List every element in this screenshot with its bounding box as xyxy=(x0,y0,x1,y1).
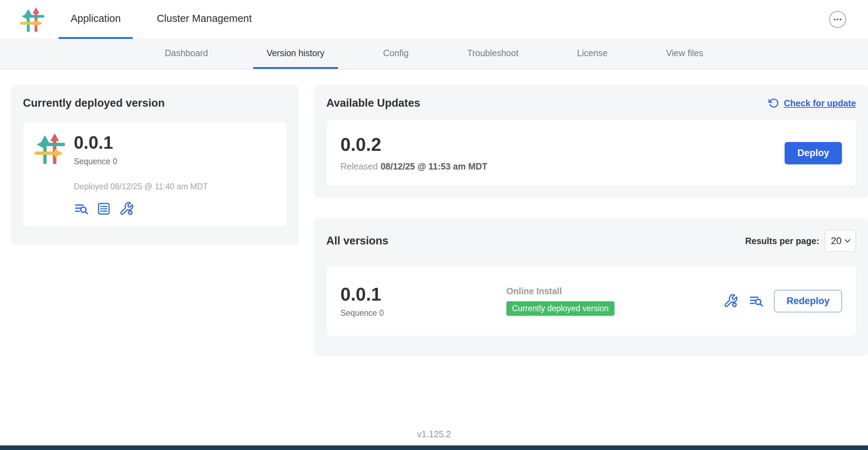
subnav-item-view-files[interactable]: View files xyxy=(653,39,717,69)
subnav-item-dashboard[interactable]: Dashboard xyxy=(151,39,221,69)
ellipsis-icon xyxy=(832,14,843,25)
available-updates-header: Available Updates Check for update xyxy=(326,97,856,109)
row-version-number: 0.0.1 xyxy=(340,284,506,304)
row-version-details: 0.0.1 Sequence 0 xyxy=(340,284,506,318)
app-logo-arrows-icon xyxy=(20,7,44,32)
app-logo xyxy=(20,0,44,39)
currently-deployed-badge: Currently deployed version xyxy=(506,301,614,316)
results-per-page-value: 20 xyxy=(831,236,842,247)
app-logo-arrows-icon xyxy=(34,133,65,164)
version-history-page: Application Cluster Management Dashboard… xyxy=(0,0,868,450)
update-version-number: 0.0.2 xyxy=(340,135,487,154)
all-versions-title: All versions xyxy=(326,235,388,247)
right-column: Available Updates Check for update 0.0.2… xyxy=(314,85,868,356)
edit-config-icon[interactable] xyxy=(119,201,134,216)
top-tabs: Application Cluster Management xyxy=(59,0,264,39)
deploy-button[interactable]: Deploy xyxy=(785,142,842,164)
row-sequence: Sequence 0 xyxy=(340,308,506,318)
more-menu-button[interactable] xyxy=(829,11,846,28)
row-actions: Redeploy xyxy=(723,290,842,312)
deploy-logs-icon[interactable] xyxy=(74,201,89,216)
results-per-page-select[interactable]: 20 xyxy=(825,230,856,252)
available-updates-card: Available Updates Check for update 0.0.2… xyxy=(314,85,868,198)
deploy-logs-icon[interactable] xyxy=(749,294,763,308)
version-row: 0.0.1 Sequence 0 Online Install Currentl… xyxy=(326,266,856,336)
deployed-timestamp: Deployed 08/12/25 @ 11:40 am MDT xyxy=(74,182,208,191)
results-per-page-label: Results per page: xyxy=(745,236,819,246)
all-versions-card: All versions Results per page: 20 0.0 xyxy=(314,218,868,356)
refresh-icon xyxy=(768,98,779,108)
check-for-update-link[interactable]: Check for update xyxy=(768,98,856,108)
update-version-card: 0.0.2 Released08/12/25 @ 11:53 am MDT De… xyxy=(326,120,856,186)
console-version: v1.125.2 xyxy=(0,429,868,439)
tab-cluster-management[interactable]: Cluster Management xyxy=(145,0,264,39)
available-updates-title: Available Updates xyxy=(326,97,420,109)
tab-application[interactable]: Application xyxy=(59,0,133,39)
topnav-spacer xyxy=(264,0,829,39)
row-status: Online Install Currently deployed versio… xyxy=(506,286,723,316)
update-version-details: 0.0.2 Released08/12/25 @ 11:53 am MDT xyxy=(340,135,487,172)
check-for-update-label: Check for update xyxy=(784,98,856,108)
subnav-item-version-history[interactable]: Version history xyxy=(253,39,338,69)
chevron-down-icon xyxy=(843,236,852,245)
deployed-actions xyxy=(74,201,208,216)
deployed-version-card: 0.0.1 Sequence 0 Deployed 08/12/25 @ 11:… xyxy=(23,122,287,227)
subnav-item-license[interactable]: License xyxy=(564,39,621,69)
results-per-page: Results per page: 20 xyxy=(745,230,856,252)
preflight-checks-icon[interactable] xyxy=(96,201,111,216)
main-content: Currently deployed version 0.0.1 Sequenc… xyxy=(0,69,868,356)
update-released-line: Released08/12/25 @ 11:53 am MDT xyxy=(340,161,487,172)
deployed-version-number: 0.0.1 xyxy=(74,133,208,153)
redeploy-button[interactable]: Redeploy xyxy=(774,290,842,312)
deployed-sequence: Sequence 0 xyxy=(74,157,208,166)
subnav-item-troubleshoot[interactable]: Troubleshoot xyxy=(454,39,532,69)
currently-deployed-card: Currently deployed version 0.0.1 Sequenc… xyxy=(11,85,299,245)
row-install-type: Online Install xyxy=(506,286,723,296)
released-date: 08/12/25 @ 11:53 am MDT xyxy=(381,161,487,171)
edit-config-icon[interactable] xyxy=(723,294,738,308)
app-subnav: Dashboard Version history Config Trouble… xyxy=(0,39,868,69)
subnav-item-config[interactable]: Config xyxy=(370,39,422,69)
top-navbar: Application Cluster Management xyxy=(0,0,868,39)
released-prefix: Released xyxy=(340,161,378,171)
deployed-version-details: 0.0.1 Sequence 0 Deployed 08/12/25 @ 11:… xyxy=(74,133,208,216)
bottom-bar xyxy=(0,445,868,450)
all-versions-header: All versions Results per page: 20 xyxy=(326,230,856,252)
deployed-card-title: Currently deployed version xyxy=(23,97,287,109)
